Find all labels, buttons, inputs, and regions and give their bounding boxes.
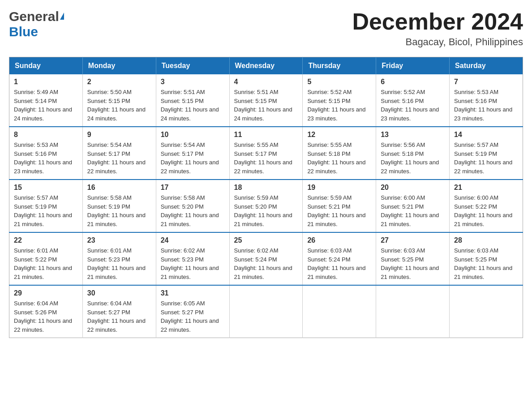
daylight-label: Daylight: 11 hours and 22 minutes. — [87, 317, 146, 333]
table-row: 5 Sunrise: 5:52 AM Sunset: 5:15 PM Dayli… — [303, 74, 376, 127]
daylight-label: Daylight: 11 hours and 23 minutes. — [381, 106, 439, 122]
sunrise-label: Sunrise: 5:49 AM — [14, 89, 58, 95]
table-row: 17 Sunrise: 5:58 AM Sunset: 5:20 PM Dayl… — [156, 180, 229, 232]
table-row: 31 Sunrise: 6:05 AM Sunset: 5:27 PM Dayl… — [156, 285, 229, 338]
table-row — [229, 285, 303, 338]
sunrise-label: Sunrise: 5:55 AM — [307, 141, 352, 148]
day-number: 13 — [381, 131, 445, 139]
day-info: Sunrise: 6:03 AM Sunset: 5:25 PM Dayligh… — [381, 246, 445, 281]
daylight-label: Daylight: 11 hours and 21 minutes. — [234, 265, 292, 280]
daylight-label: Daylight: 11 hours and 22 minutes. — [307, 159, 365, 175]
day-info: Sunrise: 6:03 AM Sunset: 5:24 PM Dayligh… — [307, 246, 371, 281]
daylight-label: Daylight: 11 hours and 24 minutes. — [87, 106, 146, 122]
day-number: 22 — [14, 236, 78, 244]
table-row: 1 Sunrise: 5:49 AM Sunset: 5:14 PM Dayli… — [9, 74, 83, 127]
day-number: 29 — [14, 289, 78, 297]
sunrise-label: Sunrise: 6:05 AM — [161, 300, 205, 307]
daylight-label: Daylight: 11 hours and 21 minutes. — [14, 212, 72, 227]
sunrise-label: Sunrise: 6:04 AM — [87, 300, 132, 307]
daylight-label: Daylight: 11 hours and 22 minutes. — [161, 317, 219, 333]
day-info: Sunrise: 5:57 AM Sunset: 5:19 PM Dayligh… — [454, 141, 518, 176]
sunset-label: Sunset: 5:15 PM — [87, 98, 130, 104]
sunset-label: Sunset: 5:20 PM — [161, 203, 204, 210]
day-info: Sunrise: 5:54 AM Sunset: 5:17 PM Dayligh… — [87, 141, 151, 176]
day-number: 6 — [381, 78, 445, 86]
sunset-label: Sunset: 5:20 PM — [234, 203, 277, 210]
day-info: Sunrise: 5:51 AM Sunset: 5:15 PM Dayligh… — [234, 88, 298, 123]
weekday-header-row: Sunday Monday Tuesday Wednesday Thursday… — [9, 57, 523, 75]
header-wednesday: Wednesday — [229, 57, 303, 75]
sunrise-label: Sunrise: 5:58 AM — [87, 194, 132, 201]
daylight-label: Daylight: 11 hours and 21 minutes. — [454, 265, 512, 280]
table-row: 24 Sunrise: 6:02 AM Sunset: 5:23 PM Dayl… — [156, 232, 229, 285]
day-number: 8 — [14, 131, 78, 139]
day-info: Sunrise: 5:59 AM Sunset: 5:21 PM Dayligh… — [307, 193, 371, 228]
day-number: 10 — [161, 131, 225, 139]
sunrise-label: Sunrise: 6:02 AM — [234, 247, 279, 254]
location-title: Bagacay, Bicol, Philippines — [352, 36, 523, 48]
day-info: Sunrise: 5:53 AM Sunset: 5:16 PM Dayligh… — [454, 88, 518, 123]
sunrise-label: Sunrise: 5:54 AM — [161, 141, 205, 148]
sunrise-label: Sunrise: 5:55 AM — [234, 141, 279, 148]
day-number: 30 — [87, 289, 151, 297]
sunset-label: Sunset: 5:19 PM — [454, 150, 497, 157]
sunset-label: Sunset: 5:17 PM — [87, 150, 130, 157]
calendar-week-row: 15 Sunrise: 5:57 AM Sunset: 5:19 PM Dayl… — [9, 180, 523, 232]
table-row: 29 Sunrise: 6:04 AM Sunset: 5:26 PM Dayl… — [9, 285, 83, 338]
sunset-label: Sunset: 5:18 PM — [381, 150, 424, 157]
day-number: 18 — [234, 184, 298, 192]
table-row — [450, 285, 523, 338]
table-row: 3 Sunrise: 5:51 AM Sunset: 5:15 PM Dayli… — [156, 74, 229, 127]
daylight-label: Daylight: 11 hours and 22 minutes. — [234, 159, 292, 175]
day-info: Sunrise: 6:01 AM Sunset: 5:22 PM Dayligh… — [14, 246, 78, 281]
daylight-label: Daylight: 11 hours and 24 minutes. — [161, 106, 219, 122]
header-thursday: Thursday — [303, 57, 376, 75]
daylight-label: Daylight: 11 hours and 21 minutes. — [454, 212, 512, 227]
day-number: 31 — [161, 289, 225, 297]
sunrise-label: Sunrise: 5:57 AM — [14, 194, 58, 201]
sunset-label: Sunset: 5:23 PM — [161, 256, 204, 263]
header-friday: Friday — [376, 57, 450, 75]
day-info: Sunrise: 6:05 AM Sunset: 5:27 PM Dayligh… — [161, 299, 225, 334]
day-number: 4 — [234, 78, 298, 86]
day-number: 11 — [234, 131, 298, 139]
table-row: 30 Sunrise: 6:04 AM Sunset: 5:27 PM Dayl… — [82, 285, 156, 338]
sunset-label: Sunset: 5:16 PM — [454, 98, 497, 104]
day-info: Sunrise: 5:49 AM Sunset: 5:14 PM Dayligh… — [14, 88, 78, 123]
table-row: 4 Sunrise: 5:51 AM Sunset: 5:15 PM Dayli… — [229, 74, 303, 127]
day-info: Sunrise: 5:55 AM Sunset: 5:17 PM Dayligh… — [234, 141, 298, 176]
day-number: 28 — [454, 236, 518, 244]
sunrise-label: Sunrise: 6:03 AM — [307, 247, 352, 254]
day-number: 9 — [87, 131, 151, 139]
daylight-label: Daylight: 11 hours and 21 minutes. — [14, 265, 72, 280]
daylight-label: Daylight: 11 hours and 21 minutes. — [87, 265, 146, 280]
sunset-label: Sunset: 5:25 PM — [454, 256, 497, 263]
sunrise-label: Sunrise: 5:56 AM — [381, 141, 425, 148]
header-tuesday: Tuesday — [156, 57, 229, 75]
table-row: 10 Sunrise: 5:54 AM Sunset: 5:17 PM Dayl… — [156, 127, 229, 180]
daylight-label: Daylight: 11 hours and 22 minutes. — [454, 159, 512, 175]
table-row: 9 Sunrise: 5:54 AM Sunset: 5:17 PM Dayli… — [82, 127, 156, 180]
daylight-label: Daylight: 11 hours and 24 minutes. — [14, 106, 72, 122]
daylight-label: Daylight: 11 hours and 23 minutes. — [14, 159, 72, 175]
day-info: Sunrise: 6:02 AM Sunset: 5:24 PM Dayligh… — [234, 246, 298, 281]
sunrise-label: Sunrise: 5:57 AM — [454, 141, 498, 148]
sunset-label: Sunset: 5:16 PM — [381, 98, 424, 104]
day-number: 26 — [307, 236, 371, 244]
sunset-label: Sunset: 5:16 PM — [14, 150, 57, 157]
table-row: 21 Sunrise: 6:00 AM Sunset: 5:22 PM Dayl… — [450, 180, 523, 232]
table-row: 23 Sunrise: 6:01 AM Sunset: 5:23 PM Dayl… — [82, 232, 156, 285]
logo-triangle-icon — [60, 13, 64, 20]
daylight-label: Daylight: 11 hours and 22 minutes. — [381, 159, 439, 175]
sunset-label: Sunset: 5:27 PM — [161, 309, 204, 316]
day-info: Sunrise: 5:56 AM Sunset: 5:18 PM Dayligh… — [381, 141, 445, 176]
day-number: 16 — [87, 184, 151, 192]
sunset-label: Sunset: 5:15 PM — [161, 98, 204, 104]
day-number: 3 — [161, 78, 225, 86]
daylight-label: Daylight: 11 hours and 21 minutes. — [87, 212, 146, 227]
sunset-label: Sunset: 5:22 PM — [454, 203, 497, 210]
sunrise-label: Sunrise: 5:53 AM — [454, 89, 498, 95]
table-row: 8 Sunrise: 5:53 AM Sunset: 5:16 PM Dayli… — [9, 127, 83, 180]
sunrise-label: Sunrise: 5:52 AM — [307, 89, 352, 95]
sunset-label: Sunset: 5:18 PM — [307, 150, 350, 157]
